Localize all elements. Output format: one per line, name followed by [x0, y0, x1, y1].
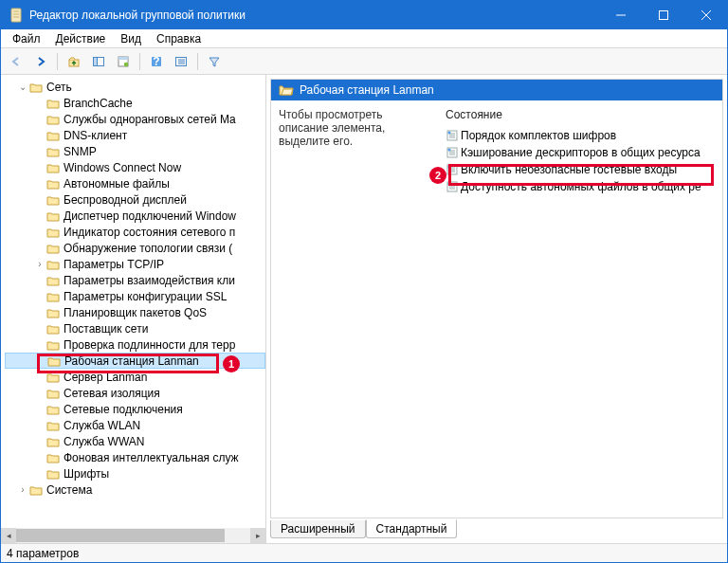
tree-label: Диспетчер подключений Window [62, 209, 236, 223]
folder-icon [46, 371, 62, 384]
tree-label: Автономные файлы [62, 177, 170, 191]
folder-icon [29, 81, 45, 94]
menu-view[interactable]: Вид [113, 30, 149, 47]
folder-icon [46, 129, 62, 142]
column-header-state[interactable]: Состояние [442, 108, 722, 121]
help-button[interactable]: ? [145, 51, 168, 72]
menu-action[interactable]: Действие [48, 30, 114, 47]
forward-button[interactable] [29, 51, 52, 72]
folder-icon [46, 322, 62, 336]
policy-label: Кэширование дескрипторов в общих ресурса [461, 146, 701, 159]
tree-node-network[interactable]: ⌄ Сеть [5, 79, 265, 95]
folder-icon [46, 451, 62, 464]
tree-item[interactable]: Планировщик пакетов QoS [5, 304, 265, 320]
tree-item[interactable]: Служба WLAN [5, 417, 265, 433]
svg-point-29 [447, 148, 450, 151]
tree-item[interactable]: Параметры взаимодействия кли [5, 272, 265, 288]
tab-extended[interactable]: Расширенный [270, 520, 366, 538]
policy-item[interactable]: Доступность автономных файлов в общих ре [442, 178, 722, 195]
policy-item[interactable]: Включить небезопасные гостевые входы [442, 161, 722, 178]
toolbar: ? [1, 48, 727, 75]
tree-label: Беспроводной дисплей [62, 193, 187, 207]
status-text: 4 параметров [7, 547, 79, 560]
scroll-thumb[interactable] [16, 529, 225, 542]
tree-item[interactable]: Индикатор состояния сетевого п [5, 224, 265, 240]
close-button[interactable] [684, 1, 727, 29]
up-button[interactable] [63, 51, 85, 72]
tree-item[interactable]: Шрифты [5, 465, 265, 481]
policy-list: Состояние Порядок комплектов шифровКэшир… [442, 100, 722, 518]
policy-label: Порядок комплектов шифров [461, 129, 616, 142]
tree-item[interactable]: Автономные файлы [5, 175, 265, 191]
tree-item[interactable]: ›Параметры TCP/IP [5, 256, 265, 272]
toolbar-sep [57, 53, 58, 70]
caption-buttons [599, 1, 727, 29]
menu-file[interactable]: Файл [5, 30, 48, 47]
properties-button[interactable] [112, 51, 135, 72]
tree-label: Windows Connect Now [62, 161, 181, 174]
description-text: Чтобы просмотреть описание элемента, выд… [279, 108, 434, 148]
folder-icon [46, 177, 62, 191]
tree-label: Фоновая интеллектуальная служ [62, 451, 239, 464]
statusbar: 4 параметров [1, 543, 727, 562]
folder-icon [46, 403, 62, 416]
policy-item[interactable]: Порядок комплектов шифров [442, 127, 722, 144]
svg-point-24 [447, 131, 450, 134]
menubar: Файл Действие Вид Справка [1, 29, 727, 48]
tree-item[interactable]: Служба WWAN [5, 433, 265, 449]
tree-node-system[interactable]: › Система [5, 481, 265, 498]
tabs: Расширенный Стандартный [270, 518, 723, 539]
menu-help[interactable]: Справка [149, 30, 209, 47]
annotation-badge-1: 1 [223, 355, 240, 372]
tree-label: Сетевая изоляция [62, 387, 160, 400]
tree[interactable]: ⌄ Сеть BranchCacheСлужбы одноранговых се… [1, 75, 265, 543]
folder-icon [46, 419, 62, 432]
folder-icon [46, 274, 62, 287]
minimize-button[interactable] [599, 1, 642, 29]
svg-text:?: ? [153, 55, 159, 68]
tree-item[interactable]: Windows Connect Now [5, 159, 265, 175]
tree-label: Рабочая станция Lanman [63, 354, 199, 368]
tree-item[interactable]: DNS-клиент [5, 127, 265, 143]
tab-standard[interactable]: Стандартный [366, 519, 458, 538]
show-hide-tree-button[interactable] [87, 51, 110, 72]
scroll-left-button[interactable]: ◂ [1, 528, 16, 543]
tree-label: BranchCache [62, 97, 133, 110]
annotation-badge-2: 2 [429, 167, 446, 184]
tree-item[interactable]: BranchCache [5, 95, 265, 111]
expand-icon[interactable]: › [16, 484, 29, 495]
tree-hscrollbar[interactable]: ◂ ▸ [1, 528, 265, 543]
tree-label: SNMP [62, 145, 97, 158]
tree-item[interactable]: Службы одноранговых сетей Ма [5, 111, 265, 127]
list-header-title: Рабочая станция Lanman [300, 83, 434, 97]
folder-icon [46, 290, 62, 303]
policy-label: Включить небезопасные гостевые входы [461, 163, 677, 176]
svg-point-34 [447, 165, 450, 168]
tree-item[interactable]: Фоновая интеллектуальная служ [5, 449, 265, 465]
tree-item[interactable]: SNMP [5, 143, 265, 159]
tree-label: Служба WLAN [62, 419, 140, 432]
tree-item[interactable]: Обнаружение топологии связи ( [5, 240, 265, 256]
toolbar-sep [139, 53, 140, 70]
maximize-button[interactable] [642, 1, 684, 29]
options-button[interactable] [170, 51, 192, 72]
body: ⌄ Сеть BranchCacheСлужбы одноранговых се… [1, 75, 727, 543]
policy-icon [446, 180, 461, 193]
expand-icon[interactable]: › [33, 259, 46, 269]
tree-item[interactable]: Сетевые подключения [5, 401, 265, 417]
back-button[interactable] [5, 51, 27, 72]
tree-item[interactable]: Диспетчер подключений Window [5, 208, 265, 224]
tree-item[interactable]: Беспроводной дисплей [5, 191, 265, 208]
tree-item[interactable]: Проверка подлинности для терр [5, 336, 265, 353]
policy-item[interactable]: Кэширование дескрипторов в общих ресурса [442, 144, 722, 161]
scroll-right-button[interactable]: ▸ [250, 528, 265, 543]
policy-label: Доступность автономных файлов в общих ре [461, 180, 701, 193]
filter-button[interactable] [203, 51, 226, 72]
scroll-track[interactable] [16, 528, 250, 543]
tree-item[interactable]: Поставщик сети [5, 320, 265, 336]
tree-item[interactable]: Сетевая изоляция [5, 385, 265, 401]
folder-icon [46, 193, 62, 207]
expand-icon[interactable]: ⌄ [16, 82, 29, 92]
tree-item[interactable]: Параметры конфигурации SSL [5, 288, 265, 304]
tree-label: DNS-клиент [62, 129, 127, 142]
